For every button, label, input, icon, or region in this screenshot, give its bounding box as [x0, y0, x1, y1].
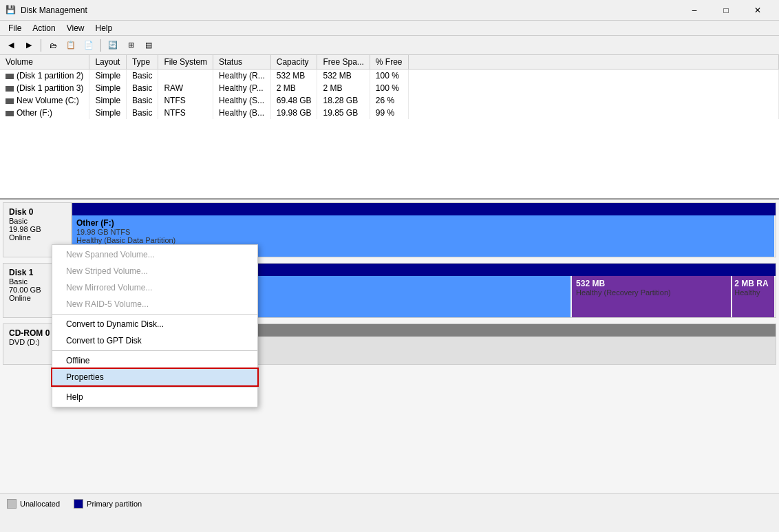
menu-action[interactable]: Action [27, 22, 61, 34]
disk0-partition-name: Other (F:) [76, 218, 770, 228]
toolbar-back[interactable]: ◀ [3, 38, 19, 53]
cell-volume: (Disk 1 partition 3) [0, 82, 89, 94]
ctx-help[interactable]: Help [52, 389, 257, 405]
cell-layout: Simple [89, 70, 127, 83]
cell-volume: Other (F:) [0, 107, 89, 119]
ctx-new-striped: New Striped Volume... [52, 263, 257, 279]
col-layout[interactable]: Layout [89, 55, 127, 70]
toolbar-cmd[interactable]: ⊞ [122, 38, 139, 53]
toolbar: ◀ ▶ 🗁 📋 📄 🔄 ⊞ ▤ [0, 36, 779, 55]
cell-volume: (Disk 1 partition 2) [0, 70, 89, 83]
disk0-type: Basic [9, 217, 65, 225]
legend-primary: Primary partition [74, 499, 142, 509]
cell-free: 18.28 GB [317, 94, 370, 107]
legend-primary-box [74, 499, 83, 509]
app-icon: 💾 [6, 5, 17, 16]
cell-layout: Simple [89, 107, 127, 119]
cell-fill [408, 107, 778, 119]
cell-pct: 99 % [370, 107, 408, 119]
col-filesystem[interactable]: File System [158, 55, 213, 70]
col-status[interactable]: Status [213, 55, 271, 70]
table-row[interactable]: Other (F:) Simple Basic NTFS Healthy (B.… [0, 107, 779, 119]
table-header: Volume Layout Type File System Status Ca… [0, 55, 779, 70]
disk0-name: Disk 0 [9, 207, 65, 217]
cell-fs: NTFS [158, 107, 213, 119]
minimize-button[interactable]: – [679, 0, 710, 21]
legend-unallocated: Unallocated [7, 499, 60, 509]
disk0-status: Online [9, 233, 65, 242]
cell-free: 532 MB [317, 70, 370, 83]
ctx-new-mirrored: New Mirrored Volume... [52, 279, 257, 296]
toolbar-refresh[interactable]: 🔄 [105, 38, 121, 53]
col-volume[interactable]: Volume [0, 55, 89, 70]
toolbar-extra[interactable]: ▤ [140, 38, 157, 53]
col-type[interactable]: Type [127, 55, 158, 70]
ctx-new-spanned: New Spanned Volume... [52, 246, 257, 263]
toolbar-properties[interactable]: 📋 [63, 38, 79, 53]
legend-primary-label: Primary partition [87, 500, 142, 508]
col-capacity[interactable]: Capacity [270, 55, 317, 70]
disk1-small-size: 2 MB RA [734, 279, 772, 288]
cell-fs [158, 70, 213, 83]
col-extra [408, 55, 778, 70]
table-row[interactable]: New Volume (C:) Simple Basic NTFS Health… [0, 94, 779, 107]
col-percentfree[interactable]: % Free [370, 55, 408, 70]
table-row[interactable]: (Disk 1 partition 2) Simple Basic Health… [0, 70, 779, 83]
toolbar-up[interactable]: 🗁 [45, 38, 61, 53]
cell-fill [408, 70, 778, 83]
disk1-small-status: Healthy [734, 288, 772, 297]
disk0-partition-fs: 19.98 GB NTFS [76, 228, 770, 236]
cell-free: 19.85 GB [317, 107, 370, 119]
maximize-button[interactable]: □ [710, 0, 742, 21]
ctx-offline[interactable]: Offline [52, 352, 257, 369]
table-row[interactable]: (Disk 1 partition 3) Simple Basic RAW He… [0, 82, 779, 94]
toolbar-forward[interactable]: ▶ [21, 38, 37, 53]
menu-help[interactable]: Help [90, 22, 118, 34]
window-controls: – □ ✕ [679, 0, 773, 21]
cell-fill [408, 82, 778, 94]
table-body: (Disk 1 partition 2) Simple Basic Health… [0, 70, 779, 120]
disk0-partition-status: Healthy (Basic Data Partition) [76, 236, 770, 244]
toolbar-sep1 [41, 39, 41, 52]
ctx-convert-gpt[interactable]: Convert to GPT Disk [52, 332, 257, 349]
ctx-convert-dynamic[interactable]: Convert to Dynamic Disk... [52, 316, 257, 332]
cell-type: Basic [127, 70, 158, 83]
disk1-rec-size: 532 MB [576, 279, 727, 288]
menu-bar: File Action View Help [0, 21, 779, 36]
menu-file[interactable]: File [3, 22, 27, 34]
legend-unallocated-box [7, 499, 17, 509]
cell-layout: Simple [89, 94, 127, 107]
menu-view[interactable]: View [61, 22, 90, 34]
cell-pct: 100 % [370, 82, 408, 94]
ctx-new-raid5: New RAID-5 Volume... [52, 296, 257, 312]
disk0-header-bar [72, 203, 776, 215]
volume-table-area: Volume Layout Type File System Status Ca… [0, 55, 779, 200]
toolbar-help[interactable]: 📄 [81, 38, 97, 53]
disk1-rec-status: Healthy (Recovery Partition) [576, 288, 727, 297]
toolbar-sep2 [100, 39, 101, 52]
disk1-partition-small[interactable]: 2 MB RA Healthy [732, 276, 776, 317]
context-menu: New Spanned Volume... New Striped Volume… [52, 244, 258, 407]
window-title: Disk Management [21, 6, 679, 15]
cell-type: Basic [127, 107, 158, 119]
cell-status: Healthy (R... [213, 70, 271, 83]
cell-capacity: 2 MB [270, 82, 317, 94]
legend-unallocated-label: Unallocated [20, 500, 60, 508]
cell-capacity: 69.48 GB [270, 94, 317, 107]
cell-fill [408, 94, 778, 107]
volume-table: Volume Layout Type File System Status Ca… [0, 55, 779, 119]
close-button[interactable]: ✕ [742, 0, 773, 21]
col-freespace[interactable]: Free Spa... [317, 55, 370, 70]
ctx-properties[interactable]: Properties [52, 369, 257, 385]
cell-pct: 100 % [370, 70, 408, 83]
cell-capacity: 19.98 GB [270, 107, 317, 119]
disk1-partition-recovery[interactable]: 532 MB Healthy (Recovery Partition) [572, 276, 732, 317]
cell-layout: Simple [89, 82, 127, 94]
disk0-size: 19.98 GB [9, 225, 65, 233]
ctx-sep2 [52, 350, 257, 351]
legend-bar: Unallocated Primary partition [0, 493, 779, 513]
cell-free: 2 MB [317, 82, 370, 94]
cell-status: Healthy (B... [213, 107, 271, 119]
cell-capacity: 532 MB [270, 70, 317, 83]
cell-status: Healthy (P... [213, 82, 271, 94]
